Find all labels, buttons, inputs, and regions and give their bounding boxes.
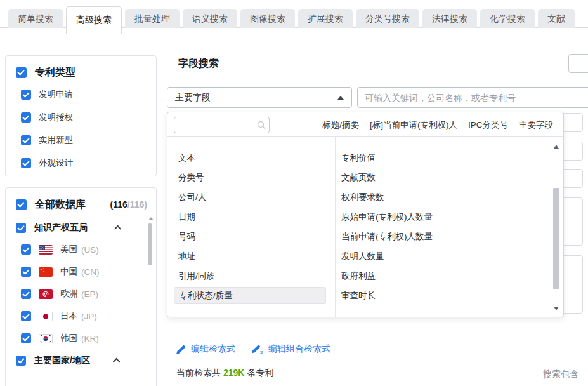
edit-combined-query-label: 编辑组合检索式 bbox=[268, 343, 330, 355]
country-label: 美国 bbox=[60, 244, 77, 255]
category-citation-family[interactable]: 引用/同族 bbox=[167, 266, 335, 286]
patent-type-header[interactable]: 专利类型 bbox=[16, 66, 75, 79]
category-patent-status-quality[interactable]: 专利状态/质量 bbox=[174, 287, 326, 304]
field-examination-duration[interactable]: 审查时长 bbox=[335, 286, 525, 305]
category-number[interactable]: 号码 bbox=[167, 227, 335, 246]
result-summary: 当前检索共 219K 条专利 bbox=[176, 368, 273, 379]
scroll-up-icon[interactable] bbox=[554, 145, 559, 149]
field-filter-input[interactable] bbox=[174, 117, 270, 133]
checkbox-checked-icon[interactable] bbox=[21, 135, 31, 145]
pencil-icon bbox=[176, 345, 186, 354]
field-current-assignee-count[interactable]: 当前申请(专利权)人数量 bbox=[335, 227, 525, 246]
sidebar-scrollbar[interactable] bbox=[148, 217, 153, 312]
tab-chemical-search[interactable]: 化学搜索 bbox=[480, 9, 535, 28]
field-select-value: 主要字段 bbox=[175, 92, 211, 102]
quick-link-ipc[interactable]: IPC分类号 bbox=[468, 119, 508, 131]
keyword-input[interactable] bbox=[357, 87, 588, 108]
tab-semantic-search[interactable]: 语义搜索 bbox=[183, 9, 237, 28]
category-date[interactable]: 日期 bbox=[167, 207, 335, 227]
group-major-countries[interactable]: 主要国家/地区 bbox=[16, 355, 120, 366]
scroll-down-icon[interactable] bbox=[554, 307, 559, 310]
checkbox-checked-icon[interactable] bbox=[21, 244, 31, 255]
country-label: 欧洲 bbox=[60, 288, 77, 300]
checkbox-checked-icon[interactable] bbox=[16, 356, 26, 366]
chevron-up-icon[interactable] bbox=[114, 225, 121, 232]
databases-header[interactable]: 全部数据库 bbox=[16, 198, 86, 211]
tab-advanced-search[interactable]: 高级搜索 bbox=[66, 6, 122, 34]
field-government-interest[interactable]: 政府利益 bbox=[335, 266, 525, 286]
field-select-dropdown[interactable]: 主要字段 bbox=[167, 87, 352, 108]
field-patent-value[interactable]: 专利价值 bbox=[335, 148, 525, 168]
checkbox-checked-icon[interactable] bbox=[21, 333, 31, 343]
jp-flag-icon bbox=[39, 312, 53, 321]
panel-scrollbar[interactable] bbox=[552, 142, 560, 312]
edit-combined-query-link[interactable]: s 编辑组合检索式 bbox=[252, 343, 330, 355]
checkbox-checked-icon[interactable] bbox=[16, 199, 27, 210]
cn-flag-icon bbox=[39, 267, 53, 277]
chevron-up-icon[interactable] bbox=[113, 358, 120, 365]
tab-legal-search[interactable]: 法律搜索 bbox=[422, 9, 477, 28]
checkbox-item-ep[interactable]: 欧洲 (EP) bbox=[21, 288, 98, 300]
edit-query-label: 编辑检索式 bbox=[191, 343, 235, 355]
field-original-assignee-count[interactable]: 原始申请(专利权)人数量 bbox=[335, 207, 525, 227]
checkbox-checked-icon[interactable] bbox=[21, 267, 31, 277]
quick-link-main-fields[interactable]: 主要字段 bbox=[519, 119, 553, 131]
edit-query-link[interactable]: 编辑检索式 bbox=[176, 343, 235, 355]
scroll-up-icon[interactable] bbox=[148, 217, 154, 220]
country-code: (CN) bbox=[81, 267, 100, 277]
checkbox-item-kr[interactable]: 韩国 (KR) bbox=[21, 333, 99, 344]
field-claims-count[interactable]: 权利要求数 bbox=[335, 187, 525, 207]
tab-simple-search[interactable]: 简单搜索 bbox=[8, 9, 63, 28]
tab-expanded-search[interactable]: 扩展搜索 bbox=[298, 9, 353, 28]
databases-card: 全部数据库 (116/116) 知识产权五局 美国 (US) bbox=[5, 187, 157, 386]
kr-flag-icon bbox=[39, 334, 53, 343]
corner-button[interactable] bbox=[568, 54, 588, 73]
checkbox-checked-icon[interactable] bbox=[21, 289, 31, 299]
databases-title: 全部数据库 bbox=[35, 198, 86, 211]
country-label: 日本 bbox=[60, 310, 77, 322]
checkbox-label: 外观设计 bbox=[39, 157, 73, 169]
svg-text:s: s bbox=[260, 349, 263, 354]
tab-classification-search[interactable]: 分类号搜索 bbox=[356, 9, 419, 28]
category-company-person[interactable]: 公司/人 bbox=[167, 187, 335, 207]
checkbox-item-design[interactable]: 外观设计 bbox=[21, 157, 73, 169]
country-code: (EP) bbox=[81, 290, 98, 299]
top-tab-bar: 简单搜索 高级搜索 批量处理 语义搜索 图像搜索 扩展搜索 分类号搜索 法律搜索… bbox=[0, 0, 588, 34]
pencil-s-icon: s bbox=[252, 344, 263, 354]
panel-header: 标题/摘要 [标]当前申请(专利权)人 IPC分类号 主要字段 bbox=[167, 112, 563, 137]
tab-batch-process[interactable]: 批量处理 bbox=[125, 9, 180, 28]
checkbox-checked-icon[interactable] bbox=[16, 67, 27, 78]
category-classification[interactable]: 分类号 bbox=[167, 168, 335, 187]
tab-literature[interactable]: 文献 bbox=[538, 9, 575, 28]
patent-type-title: 专利类型 bbox=[35, 66, 75, 79]
category-address[interactable]: 地址 bbox=[167, 246, 335, 266]
checkbox-checked-icon[interactable] bbox=[21, 158, 31, 168]
page-title: 字段搜索 bbox=[178, 57, 219, 70]
tab-image-search[interactable]: 图像搜索 bbox=[240, 9, 295, 28]
ep-flag-icon bbox=[39, 290, 53, 299]
patent-type-card: 专利类型 发明申请 发明授权 实用新型 外观设计 bbox=[5, 55, 157, 176]
checkbox-item-cn[interactable]: 中国 (CN) bbox=[21, 266, 100, 277]
quick-links: 标题/摘要 [标]当前申请(专利权)人 IPC分类号 主要字段 bbox=[322, 112, 553, 137]
checkbox-checked-icon[interactable] bbox=[21, 112, 31, 123]
scroll-thumb[interactable] bbox=[553, 188, 559, 290]
checkbox-checked-icon[interactable] bbox=[21, 90, 31, 100]
checkbox-checked-icon[interactable] bbox=[21, 311, 31, 321]
checkbox-item-utility-model[interactable]: 实用新型 bbox=[21, 135, 73, 146]
country-code: (JP) bbox=[81, 312, 97, 321]
quick-link-current-assignee[interactable]: [标]当前申请(专利权)人 bbox=[370, 119, 457, 131]
scroll-thumb[interactable] bbox=[148, 223, 152, 265]
checkbox-item-jp[interactable]: 日本 (JP) bbox=[21, 310, 97, 322]
field-inventor-count[interactable]: 发明人数量 bbox=[335, 246, 525, 266]
search-includes-label: 搜索包含 bbox=[543, 369, 578, 380]
quick-link-title-abstract[interactable]: 标题/摘要 bbox=[322, 119, 359, 131]
checkbox-item-us[interactable]: 美国 (US) bbox=[21, 244, 99, 255]
category-text[interactable]: 文本 bbox=[167, 148, 335, 168]
checkbox-checked-icon[interactable] bbox=[16, 223, 26, 233]
field-document-pages[interactable]: 文献页数 bbox=[335, 168, 525, 187]
group-ip5-offices[interactable]: 知识产权五局 bbox=[16, 222, 121, 234]
checkbox-item-invention-application[interactable]: 发明申请 bbox=[21, 89, 73, 100]
query-actions: 编辑检索式 s 编辑组合检索式 bbox=[176, 343, 330, 355]
us-flag-icon bbox=[39, 245, 53, 255]
checkbox-item-invention-grant[interactable]: 发明授权 bbox=[21, 112, 73, 123]
